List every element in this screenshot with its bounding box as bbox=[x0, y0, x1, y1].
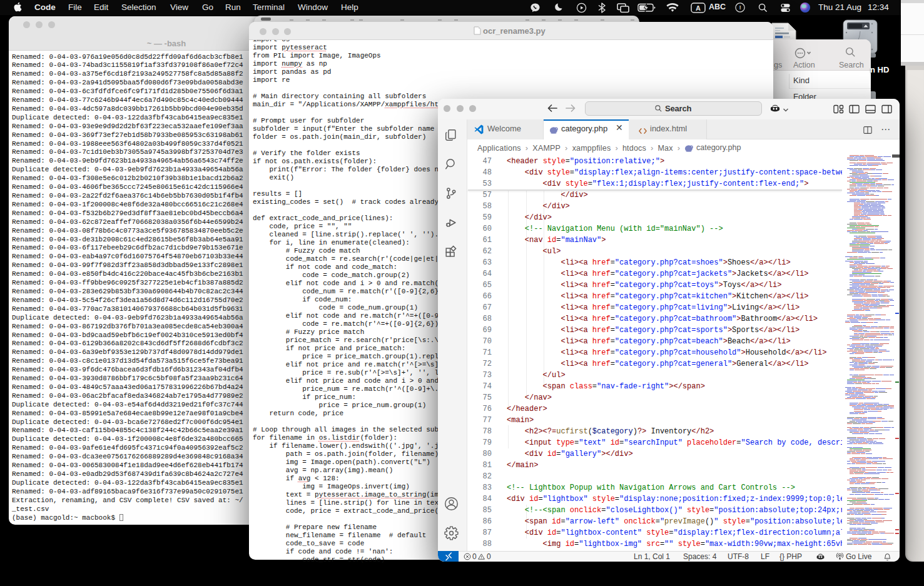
svg-text:!: ! bbox=[739, 5, 741, 11]
svg-text:A: A bbox=[696, 4, 701, 12]
